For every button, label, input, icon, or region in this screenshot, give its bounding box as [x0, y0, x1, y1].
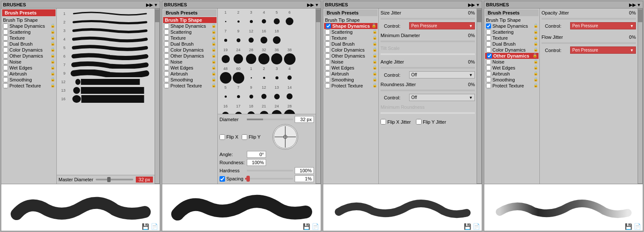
- smoothing-check-1[interactable]: [3, 77, 8, 82]
- flip-y-jitter-check[interactable]: [416, 119, 422, 125]
- flip-x-label-2[interactable]: Flip X: [220, 134, 238, 140]
- sidebar-item-noise-2[interactable]: Noise 🔒: [163, 59, 217, 65]
- save-bottom-icon-2[interactable]: 💾: [303, 223, 310, 230]
- sidebar-item-wet-edges-1[interactable]: Wet Edges 🔒: [2, 65, 56, 71]
- size-control-select[interactable]: Pen Pressure ▼: [409, 22, 475, 29]
- roundness-jitter-slider[interactable]: [381, 90, 475, 91]
- scrollbar-v-3[interactable]: [477, 9, 482, 184]
- texture-check-3[interactable]: [325, 35, 330, 41]
- sidebar-item-color-dynamics-3[interactable]: Color Dynamics 🔒: [324, 47, 378, 53]
- sidebar-item-brush-tip-shape-3[interactable]: Brush Tip Shape: [324, 17, 378, 23]
- scrollbar-thumb-4[interactable]: [638, 9, 642, 22]
- sidebar-item-dual-brush-4[interactable]: Dual Brush 🔒: [485, 41, 539, 47]
- color-dynamics-check-3[interactable]: [325, 47, 330, 52]
- texture-check-4[interactable]: [486, 35, 491, 41]
- flow-control-select[interactable]: Pen Pressure ▼: [570, 46, 636, 54]
- save-bottom-icon-4[interactable]: 💾: [625, 223, 632, 230]
- new-bottom-icon-3[interactable]: 📄: [473, 223, 480, 230]
- sidebar-item-brush-tip-shape-4[interactable]: Brush Tip Shape: [485, 17, 539, 23]
- brush-tip-grid-2[interactable]: 1 2 3 4 5 6 7 9: [218, 9, 316, 114]
- sidebar-item-texture-1[interactable]: Texture 🔒: [2, 35, 56, 41]
- smoothing-check-4[interactable]: [486, 77, 491, 82]
- protect-texture-check-2[interactable]: [164, 83, 169, 88]
- sidebar-item-texture-4[interactable]: Texture 🔒: [485, 35, 539, 41]
- brush-presets-label-3[interactable]: Brush Presets: [324, 9, 378, 16]
- sidebar-item-wet-edges-4[interactable]: Wet Edges 🔒: [485, 65, 539, 71]
- dual-brush-check-1[interactable]: [3, 41, 8, 46]
- spacing-check-2[interactable]: [220, 176, 225, 182]
- noise-check-3[interactable]: [325, 59, 330, 64]
- wet-edges-check-3[interactable]: [325, 65, 330, 70]
- angle-jitter-slider[interactable]: [381, 67, 475, 69]
- wet-edges-check-1[interactable]: [3, 65, 8, 70]
- sidebar-item-protect-texture-1[interactable]: Protect Texture 🔒: [2, 83, 56, 89]
- master-diam-thumb-1[interactable]: [107, 177, 111, 182]
- sidebar-item-noise-4[interactable]: Noise 🔒: [485, 59, 539, 65]
- diameter-slider-2[interactable]: [247, 119, 293, 120]
- flow-jitter-slider[interactable]: [542, 42, 636, 44]
- color-dynamics-check-4[interactable]: [486, 47, 491, 52]
- texture-check-1[interactable]: [3, 35, 8, 41]
- scrollbar-v-2[interactable]: [316, 9, 321, 184]
- noise-check-1[interactable]: [3, 59, 8, 64]
- flip-x-jitter-check[interactable]: [381, 119, 386, 125]
- expand-icon-2[interactable]: ▶▶: [307, 3, 314, 7]
- sidebar-item-shape-dynamics-4[interactable]: Shape Dynamics 🔒: [485, 23, 539, 29]
- protect-texture-check-1[interactable]: [3, 83, 8, 88]
- sidebar-item-airbrush-4[interactable]: Airbrush 🔒: [485, 71, 539, 77]
- airbrush-check-1[interactable]: [3, 71, 8, 76]
- sidebar-item-airbrush-1[interactable]: Airbrush 🔒: [2, 71, 56, 77]
- sidebar-item-smoothing-2[interactable]: Smoothing 🔒: [163, 77, 217, 83]
- sidebar-item-brush-tip-shape-2[interactable]: Brush Tip Shape: [163, 17, 217, 23]
- scattering-check-3[interactable]: [325, 29, 330, 35]
- brush-presets-label-2[interactable]: Brush Presets: [163, 9, 217, 16]
- expand-icon-1[interactable]: ▶▶: [146, 3, 153, 7]
- sidebar-item-airbrush-2[interactable]: Airbrush 🔒: [163, 71, 217, 77]
- menu-icon-1[interactable]: ▼: [154, 3, 158, 7]
- flip-y-label-2[interactable]: Flip Y: [242, 134, 261, 140]
- angle-control-select[interactable]: Off ▼: [409, 71, 475, 78]
- spacing-thumb-2[interactable]: [246, 176, 250, 182]
- sidebar-item-shape-dynamics-1[interactable]: Shape Dynamics 🔒: [2, 23, 56, 29]
- dual-brush-check-4[interactable]: [486, 41, 491, 46]
- protect-texture-check-3[interactable]: [325, 83, 330, 88]
- menu-icon-3[interactable]: ▼: [476, 3, 480, 7]
- noise-check-2[interactable]: [164, 59, 169, 64]
- scattering-check-2[interactable]: [164, 29, 169, 35]
- dual-brush-check-2[interactable]: [164, 41, 169, 46]
- scrollbar-thumb-2[interactable]: [316, 9, 320, 22]
- sidebar-item-smoothing-4[interactable]: Smoothing 🔒: [485, 77, 539, 83]
- other-dynamics-check-3[interactable]: [325, 53, 330, 58]
- sidebar-item-other-dynamics-2[interactable]: Other Dynamics 🔒: [163, 53, 217, 59]
- spacing-check-label-2[interactable]: Spacing: [220, 176, 243, 182]
- sidebar-item-protect-texture-3[interactable]: Protect Texture 🔒: [324, 83, 378, 89]
- master-diam-slider-1[interactable]: [96, 179, 133, 180]
- sidebar-item-dual-brush-1[interactable]: Dual Brush 🔒: [2, 41, 56, 47]
- color-dynamics-check-2[interactable]: [164, 47, 169, 52]
- sidebar-item-dual-brush-3[interactable]: Dual Brush 🔒: [324, 41, 378, 47]
- shape-dynamics-check-2[interactable]: [164, 23, 169, 29]
- flip-x-check-2[interactable]: [220, 134, 225, 140]
- flip-x-jitter-label[interactable]: Flip X Jitter: [381, 119, 411, 125]
- other-dynamics-check-4[interactable]: [487, 53, 492, 58]
- other-dynamics-check-2[interactable]: [164, 53, 169, 58]
- expand-icon-4[interactable]: ▶▶: [629, 3, 636, 7]
- menu-icon-2[interactable]: ▼: [315, 3, 319, 7]
- sidebar-item-smoothing-1[interactable]: Smoothing 🔒: [2, 77, 56, 83]
- sidebar-item-color-dynamics-2[interactable]: Color Dynamics 🔒: [163, 47, 217, 53]
- protect-texture-check-4[interactable]: [486, 83, 491, 88]
- brush-stroke-list-1[interactable]: 1 2 3 4 5: [57, 9, 155, 175]
- opacity-control-select[interactable]: Pen Pressure ▼: [570, 22, 636, 29]
- sidebar-item-protect-texture-4[interactable]: Protect Texture 🔒: [485, 83, 539, 89]
- brush-presets-label-1[interactable]: Brush Presets: [2, 9, 56, 16]
- smoothing-check-2[interactable]: [164, 77, 169, 82]
- dual-brush-check-3[interactable]: [325, 41, 330, 46]
- shape-dynamics-check-4[interactable]: [486, 23, 491, 29]
- sidebar-item-color-dynamics-1[interactable]: Color Dynamics 🔒: [2, 47, 56, 53]
- flip-y-check-2[interactable]: [242, 134, 247, 140]
- sidebar-item-noise-3[interactable]: Noise 🔒: [324, 59, 378, 65]
- airbrush-check-3[interactable]: [325, 71, 330, 76]
- sidebar-item-smoothing-3[interactable]: Smoothing 🔒: [324, 77, 378, 83]
- scattering-check-4[interactable]: [486, 29, 491, 35]
- noise-check-4[interactable]: [486, 59, 491, 64]
